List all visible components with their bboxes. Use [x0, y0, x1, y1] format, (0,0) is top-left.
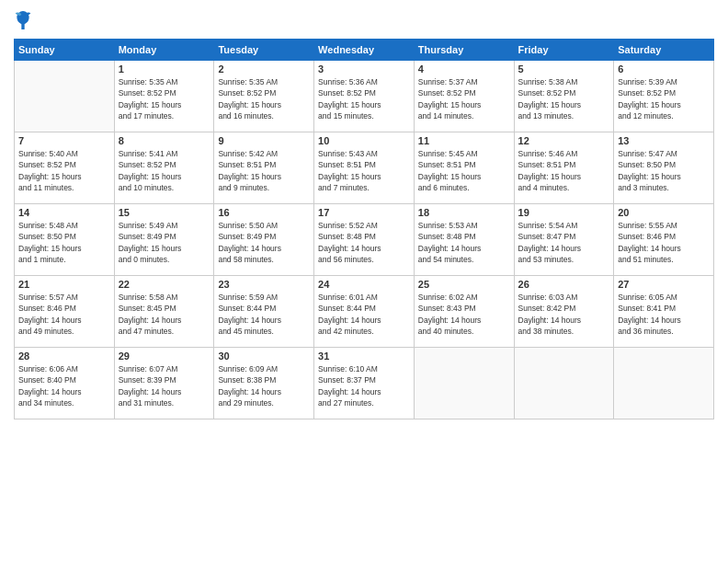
- day-number: 21: [18, 279, 110, 290]
- calendar-week-row: 14Sunrise: 5:48 AM Sunset: 8:50 PM Dayli…: [15, 204, 714, 276]
- day-number: 13: [618, 135, 710, 146]
- day-number: 5: [518, 63, 610, 75]
- calendar-cell: 9Sunrise: 5:42 AM Sunset: 8:51 PM Daylig…: [214, 132, 314, 204]
- calendar-cell: 19Sunrise: 5:54 AM Sunset: 8:47 PM Dayli…: [514, 204, 614, 276]
- day-info: Sunrise: 5:54 AM Sunset: 8:47 PM Dayligh…: [518, 220, 610, 265]
- calendar-cell: 10Sunrise: 5:43 AM Sunset: 8:51 PM Dayli…: [314, 132, 415, 204]
- day-number: 11: [418, 135, 510, 146]
- day-info: Sunrise: 6:05 AM Sunset: 8:41 PM Dayligh…: [618, 292, 710, 337]
- calendar-cell: 2Sunrise: 5:35 AM Sunset: 8:52 PM Daylig…: [214, 61, 314, 132]
- day-info: Sunrise: 5:52 AM Sunset: 8:48 PM Dayligh…: [318, 220, 410, 265]
- logo-bird-icon: [14, 9, 32, 31]
- calendar-cell: 28Sunrise: 6:06 AM Sunset: 8:40 PM Dayli…: [15, 348, 115, 419]
- day-info: Sunrise: 5:35 AM Sunset: 8:52 PM Dayligh…: [119, 76, 210, 121]
- logo: [14, 9, 36, 31]
- day-info: Sunrise: 5:46 AM Sunset: 8:51 PM Dayligh…: [518, 148, 610, 193]
- day-info: Sunrise: 6:07 AM Sunset: 8:39 PM Dayligh…: [119, 363, 210, 408]
- calendar-week-row: 21Sunrise: 5:57 AM Sunset: 8:46 PM Dayli…: [15, 276, 714, 348]
- day-info: Sunrise: 5:53 AM Sunset: 8:48 PM Dayligh…: [418, 220, 510, 265]
- day-number: 18: [418, 207, 510, 218]
- calendar-cell: 20Sunrise: 5:55 AM Sunset: 8:46 PM Dayli…: [614, 204, 714, 276]
- day-info: Sunrise: 6:09 AM Sunset: 8:38 PM Dayligh…: [218, 363, 310, 408]
- col-header-saturday: Saturday: [614, 40, 714, 61]
- day-number: 23: [218, 279, 310, 290]
- day-number: 17: [318, 207, 410, 218]
- calendar-cell: [414, 348, 514, 419]
- calendar-cell: [15, 61, 115, 132]
- day-number: 4: [418, 63, 510, 75]
- day-number: 1: [119, 63, 210, 75]
- calendar-week-row: 1Sunrise: 5:35 AM Sunset: 8:52 PM Daylig…: [15, 61, 714, 132]
- day-number: 2: [218, 63, 310, 75]
- day-info: Sunrise: 6:06 AM Sunset: 8:40 PM Dayligh…: [18, 363, 110, 408]
- day-info: Sunrise: 5:59 AM Sunset: 8:44 PM Dayligh…: [218, 292, 310, 337]
- day-number: 14: [18, 207, 110, 218]
- calendar-cell: 1Sunrise: 5:35 AM Sunset: 8:52 PM Daylig…: [114, 61, 214, 132]
- day-number: 20: [618, 207, 710, 218]
- col-header-sunday: Sunday: [15, 40, 115, 61]
- calendar-cell: 17Sunrise: 5:52 AM Sunset: 8:48 PM Dayli…: [314, 204, 415, 276]
- day-info: Sunrise: 5:45 AM Sunset: 8:51 PM Dayligh…: [418, 148, 510, 193]
- day-info: Sunrise: 5:48 AM Sunset: 8:50 PM Dayligh…: [18, 220, 110, 265]
- day-info: Sunrise: 5:40 AM Sunset: 8:52 PM Dayligh…: [18, 148, 110, 193]
- calendar-cell: [514, 348, 614, 419]
- calendar-cell: 14Sunrise: 5:48 AM Sunset: 8:50 PM Dayli…: [15, 204, 115, 276]
- day-info: Sunrise: 5:57 AM Sunset: 8:46 PM Dayligh…: [18, 292, 110, 337]
- day-info: Sunrise: 5:50 AM Sunset: 8:49 PM Dayligh…: [218, 220, 310, 265]
- day-info: Sunrise: 5:36 AM Sunset: 8:52 PM Dayligh…: [318, 76, 410, 121]
- day-number: 29: [119, 350, 210, 362]
- page-header: [14, 9, 714, 31]
- calendar-cell: 21Sunrise: 5:57 AM Sunset: 8:46 PM Dayli…: [15, 276, 115, 348]
- day-info: Sunrise: 5:35 AM Sunset: 8:52 PM Dayligh…: [218, 76, 310, 121]
- day-number: 10: [318, 135, 410, 146]
- calendar-cell: 13Sunrise: 5:47 AM Sunset: 8:50 PM Dayli…: [614, 132, 714, 204]
- calendar-cell: 15Sunrise: 5:49 AM Sunset: 8:49 PM Dayli…: [114, 204, 214, 276]
- day-number: 15: [119, 207, 210, 218]
- calendar-cell: 3Sunrise: 5:36 AM Sunset: 8:52 PM Daylig…: [314, 61, 415, 132]
- day-number: 8: [119, 135, 210, 146]
- day-number: 7: [18, 135, 110, 146]
- day-number: 19: [518, 207, 610, 218]
- calendar-cell: 5Sunrise: 5:38 AM Sunset: 8:52 PM Daylig…: [514, 61, 614, 132]
- calendar-cell: 4Sunrise: 5:37 AM Sunset: 8:52 PM Daylig…: [414, 61, 514, 132]
- calendar-cell: 25Sunrise: 6:02 AM Sunset: 8:43 PM Dayli…: [414, 276, 514, 348]
- day-info: Sunrise: 5:41 AM Sunset: 8:52 PM Dayligh…: [119, 148, 210, 193]
- day-info: Sunrise: 5:43 AM Sunset: 8:51 PM Dayligh…: [318, 148, 410, 193]
- calendar-cell: 6Sunrise: 5:39 AM Sunset: 8:52 PM Daylig…: [614, 61, 714, 132]
- calendar-cell: 26Sunrise: 6:03 AM Sunset: 8:42 PM Dayli…: [514, 276, 614, 348]
- day-number: 6: [618, 63, 710, 75]
- calendar-cell: [614, 348, 714, 419]
- day-number: 9: [218, 135, 310, 146]
- day-number: 22: [119, 279, 210, 290]
- col-header-monday: Monday: [114, 40, 214, 61]
- calendar-cell: 7Sunrise: 5:40 AM Sunset: 8:52 PM Daylig…: [15, 132, 115, 204]
- day-number: 30: [218, 350, 310, 362]
- day-number: 16: [218, 207, 310, 218]
- day-number: 27: [618, 279, 710, 290]
- calendar-cell: 24Sunrise: 6:01 AM Sunset: 8:44 PM Dayli…: [314, 276, 415, 348]
- col-header-friday: Friday: [514, 40, 614, 61]
- day-info: Sunrise: 5:38 AM Sunset: 8:52 PM Dayligh…: [518, 76, 610, 121]
- calendar-header-row: SundayMondayTuesdayWednesdayThursdayFrid…: [15, 40, 714, 61]
- calendar-table: SundayMondayTuesdayWednesdayThursdayFrid…: [14, 39, 714, 419]
- calendar-cell: 12Sunrise: 5:46 AM Sunset: 8:51 PM Dayli…: [514, 132, 614, 204]
- calendar-cell: 11Sunrise: 5:45 AM Sunset: 8:51 PM Dayli…: [414, 132, 514, 204]
- day-number: 31: [318, 350, 410, 362]
- col-header-wednesday: Wednesday: [314, 40, 415, 61]
- day-number: 26: [518, 279, 610, 290]
- day-info: Sunrise: 5:37 AM Sunset: 8:52 PM Dayligh…: [418, 76, 510, 121]
- day-info: Sunrise: 5:42 AM Sunset: 8:51 PM Dayligh…: [218, 148, 310, 193]
- day-info: Sunrise: 6:01 AM Sunset: 8:44 PM Dayligh…: [318, 292, 410, 337]
- day-info: Sunrise: 5:39 AM Sunset: 8:52 PM Dayligh…: [618, 76, 710, 121]
- day-number: 24: [318, 279, 410, 290]
- day-info: Sunrise: 6:03 AM Sunset: 8:42 PM Dayligh…: [518, 292, 610, 337]
- day-info: Sunrise: 5:55 AM Sunset: 8:46 PM Dayligh…: [618, 220, 710, 265]
- day-info: Sunrise: 5:58 AM Sunset: 8:45 PM Dayligh…: [119, 292, 210, 337]
- day-number: 25: [418, 279, 510, 290]
- col-header-tuesday: Tuesday: [214, 40, 314, 61]
- day-number: 28: [18, 350, 110, 362]
- calendar-cell: 16Sunrise: 5:50 AM Sunset: 8:49 PM Dayli…: [214, 204, 314, 276]
- day-info: Sunrise: 6:10 AM Sunset: 8:37 PM Dayligh…: [318, 363, 410, 408]
- calendar-week-row: 28Sunrise: 6:06 AM Sunset: 8:40 PM Dayli…: [15, 348, 714, 419]
- day-info: Sunrise: 5:47 AM Sunset: 8:50 PM Dayligh…: [618, 148, 710, 193]
